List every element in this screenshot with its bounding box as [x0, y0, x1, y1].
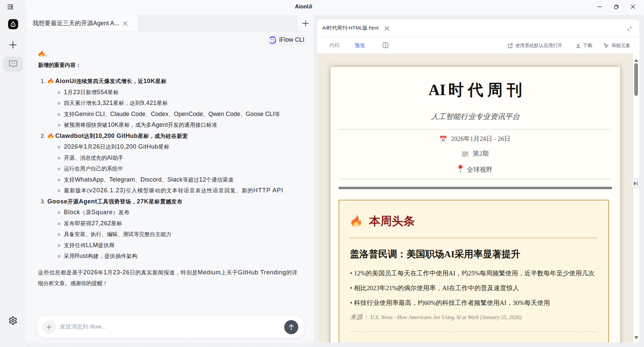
svg-text:July: July — [442, 136, 445, 138]
svg-text:17: 17 — [442, 138, 445, 142]
